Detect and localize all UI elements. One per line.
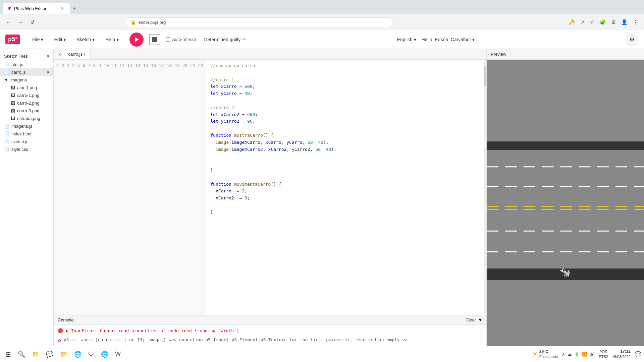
expand-icon: ▾	[47, 70, 49, 75]
file-icon: 📄	[4, 124, 9, 129]
play-button[interactable]	[129, 33, 144, 47]
sidebar-item-label: carro-1.png	[17, 93, 39, 98]
sidebar-item-sketch-js[interactable]: 📄 sketch.js	[0, 138, 53, 145]
address-bar[interactable]: 🔒 editor.p5js.org	[125, 17, 393, 27]
console-clear-button[interactable]: Clear	[466, 317, 476, 322]
up-arrow-icon[interactable]: ∧	[562, 352, 565, 357]
volume-icon: 🔊	[590, 352, 595, 357]
settings-button[interactable]: ⚙	[625, 33, 639, 46]
sidebar-item-label: carro-2.png	[17, 101, 39, 106]
share-icon[interactable]: ↗	[578, 18, 587, 26]
sidebar-item-label: imagens	[10, 77, 27, 82]
svg-marker-0	[135, 37, 139, 42]
key-icon[interactable]: 🔑	[567, 18, 577, 26]
p5-tab-icon: ✱	[7, 6, 11, 11]
weather-icon: ☀	[532, 350, 538, 358]
sidebar-item-label: ator-1.png	[17, 85, 37, 90]
stop-button[interactable]	[149, 34, 160, 45]
sidebar-item-carro2-png[interactable]: 🖼 carro-2.png	[7, 99, 53, 107]
sidebar-header: Sketch Files ▾	[0, 52, 53, 61]
chat-button[interactable]: 💬	[43, 349, 56, 359]
language-indicator: POR PTB2	[599, 349, 608, 359]
error-icon: 🔴	[58, 328, 63, 333]
sidebar-item-estrada-png[interactable]: 🖼 estrada.png	[7, 115, 53, 122]
sidebar-item-label: index.html	[11, 131, 31, 136]
sidebar-item-imagens-folder[interactable]: ▼ imagens	[0, 76, 53, 84]
sidebar-item-carro-js[interactable]: 📄 carro.js ▾	[0, 68, 53, 76]
sidebar-item-ator-js[interactable]: 📄 ator.js	[0, 61, 53, 68]
refresh-button[interactable]: ↺	[28, 18, 37, 27]
code-content[interactable]: //código do carro //carro 1 let xCarro =…	[206, 60, 484, 315]
edge-button[interactable]: 🌐	[71, 349, 84, 359]
code-editor[interactable]: 1 2 3 4 5 6 7 8 9 10 11 12 13 14 15 16 1…	[54, 60, 484, 315]
antivirus-button[interactable]: 🛡	[86, 349, 97, 359]
collapse-sidebar-button[interactable]: ‹	[56, 49, 63, 59]
weather-desc: Ensolarado	[539, 354, 558, 359]
help-menu[interactable]: Help ▾	[103, 36, 121, 44]
p5-warning-icon: ✿	[58, 337, 61, 344]
wifi-icon: 📶	[582, 352, 587, 357]
search-button[interactable]: 🔍	[15, 349, 28, 359]
file-icon: 📄	[4, 131, 9, 136]
svg-rect-3	[487, 141, 644, 150]
file-icon: 🖼	[11, 108, 15, 113]
sidebar-item-ator1-png[interactable]: 🖼 ator-1.png	[7, 84, 53, 92]
line-numbers: 1 2 3 4 5 6 7 8 9 10 11 12 13 14 15 16 1…	[54, 60, 206, 315]
language-selector[interactable]: English ▾	[397, 37, 416, 42]
file-icon: 🖼	[11, 85, 15, 90]
files-button[interactable]: 📁	[29, 349, 42, 359]
temperature: 29°C	[539, 349, 558, 355]
sidebar-item-index-html[interactable]: 📄 index.html	[0, 130, 53, 138]
preview-canvas: 🐄	[487, 60, 644, 362]
notification-button[interactable]: 💬	[635, 351, 641, 357]
back-button[interactable]: ←	[4, 18, 13, 26]
sketch-menu[interactable]: Sketch ▾	[74, 36, 97, 44]
start-button[interactable]: ⊞	[3, 349, 14, 360]
sidebar-expand-icon[interactable]: ▾	[47, 54, 49, 59]
pencil-icon[interactable]: ✏	[243, 37, 246, 42]
menu-icon[interactable]: ⋮	[631, 18, 640, 26]
console-expand-icon[interactable]: ▼	[478, 317, 482, 322]
user-menu[interactable]: Hello, Edson_Carvalho! ▾	[422, 37, 475, 42]
sidebar-item-carro3-png[interactable]: 🖼 carro-3.png	[7, 107, 53, 115]
file-icon: 📄	[4, 62, 9, 67]
tab-modified-indicator: •	[84, 52, 86, 57]
forward-button[interactable]: →	[16, 18, 25, 26]
preview-panel: Preview	[486, 49, 644, 362]
sidebar-item-label: carro-3.png	[17, 108, 39, 113]
scrollbar-thumb[interactable]	[484, 66, 486, 86]
sketch-name-text: Determined guilty	[204, 37, 240, 42]
bookmark-icon[interactable]: ☆	[588, 18, 596, 26]
word-button[interactable]: W	[112, 349, 123, 359]
file-icon: 🖼	[11, 116, 15, 121]
sketch-name: Determined guilty ✏	[204, 37, 246, 42]
file-menu[interactable]: File ▾	[30, 36, 46, 44]
new-tab-button[interactable]: +	[70, 3, 79, 14]
console-header: Console Clear ▼	[54, 315, 486, 325]
browser-tab[interactable]: ✱ P5.js Web Editor ✕	[3, 3, 70, 14]
sidebar-item-label: ator.js	[11, 62, 23, 67]
edit-menu[interactable]: Edit ▾	[51, 36, 68, 44]
console-expand-arrow[interactable]: ▶	[66, 328, 68, 333]
auto-refresh-label[interactable]: Auto-refresh	[166, 37, 196, 42]
editor-scrollbar[interactable]	[484, 60, 486, 315]
editor-tab-name: carro.js	[68, 52, 83, 57]
editor-tab-carro-js[interactable]: carro.js •	[63, 49, 90, 59]
account-icon[interactable]: 👤	[619, 18, 630, 26]
extensions-icon[interactable]: 🧩	[598, 18, 608, 26]
date-display: 16/08/2022	[612, 354, 631, 359]
sidebar-item-imagens-js[interactable]: 📄 imagens.js	[0, 122, 53, 130]
svg-text:🐄: 🐄	[559, 266, 571, 278]
chrome-button[interactable]: 🌐	[98, 349, 111, 359]
profile-grid-icon[interactable]: ⊞	[609, 18, 618, 26]
sidebar-item-carro1-png[interactable]: 🖼 carro-1.png	[7, 92, 53, 99]
auto-refresh-checkbox[interactable]	[166, 37, 170, 42]
lock-icon: 🔒	[130, 20, 136, 25]
folder-icon: ▼	[4, 77, 8, 82]
cloud-icon: ☁	[568, 352, 572, 357]
sidebar-item-style-css[interactable]: 📄 style.css	[0, 145, 53, 153]
sidebar-item-label: style.css	[11, 147, 28, 152]
explorer-button[interactable]: 📁	[57, 349, 70, 359]
tab-close-button[interactable]: ✕	[59, 5, 65, 11]
p5-logo: p5*	[5, 35, 20, 44]
